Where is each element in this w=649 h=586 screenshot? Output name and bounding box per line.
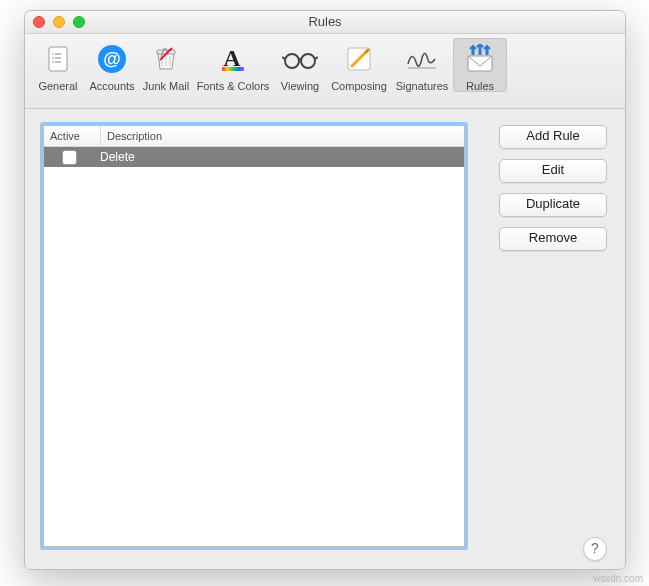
duplicate-button[interactable]: Duplicate: [499, 193, 607, 217]
window-title: Rules: [308, 14, 341, 29]
tab-label: Composing: [327, 80, 391, 92]
tab-label: Junk Mail: [139, 80, 193, 92]
svg-point-6: [52, 61, 54, 63]
fonts-colors-icon: A: [193, 40, 273, 78]
tab-label: General: [31, 80, 85, 92]
tab-accounts[interactable]: @ Accounts: [85, 38, 139, 92]
signatures-icon: [391, 40, 453, 78]
svg-line-18: [282, 57, 285, 59]
svg-text:@: @: [103, 49, 121, 69]
table-row[interactable]: Delete: [44, 147, 464, 167]
preferences-toolbar: General @ Accounts: [25, 34, 625, 109]
tab-composing[interactable]: Composing: [327, 38, 391, 92]
svg-rect-15: [222, 67, 244, 71]
tab-signatures[interactable]: Signatures: [391, 38, 453, 92]
rules-table[interactable]: Active Description Delete: [43, 125, 465, 547]
add-rule-button[interactable]: Add Rule: [499, 125, 607, 149]
tab-label: Viewing: [273, 80, 327, 92]
column-header-description[interactable]: Description: [101, 126, 464, 146]
viewing-icon: [273, 40, 327, 78]
edit-button[interactable]: Edit: [499, 159, 607, 183]
svg-rect-1: [55, 53, 61, 55]
svg-point-17: [301, 54, 315, 68]
junk-mail-icon: [139, 40, 193, 78]
svg-point-16: [285, 54, 299, 68]
rule-action-buttons: Add Rule Edit Duplicate Remove: [499, 125, 607, 251]
rules-table-header: Active Description: [44, 126, 464, 147]
svg-line-19: [315, 57, 318, 59]
rule-description: Delete: [94, 150, 464, 164]
window-controls: [33, 16, 85, 28]
tab-fonts-colors[interactable]: A Fonts & Colors: [193, 38, 273, 92]
svg-point-4: [52, 53, 54, 55]
rules-pane: Active Description Delete Add Rule Edit …: [25, 109, 625, 570]
rule-active-checkbox[interactable]: [62, 150, 77, 165]
accounts-icon: @: [85, 40, 139, 78]
column-header-active[interactable]: Active: [44, 126, 101, 146]
tab-junk-mail[interactable]: Junk Mail: [139, 38, 193, 92]
help-button[interactable]: ?: [583, 537, 607, 561]
watermark-text: wsxdn.com: [593, 573, 643, 584]
minimize-window-button[interactable]: [53, 16, 65, 28]
tab-general[interactable]: General: [31, 38, 85, 92]
composing-icon: [327, 40, 391, 78]
remove-button[interactable]: Remove: [499, 227, 607, 251]
tab-label: Accounts: [85, 80, 139, 92]
general-icon: [31, 40, 85, 78]
tab-viewing[interactable]: Viewing: [273, 38, 327, 92]
close-window-button[interactable]: [33, 16, 45, 28]
tab-label: Rules: [453, 80, 507, 92]
preferences-window: Rules General @: [24, 10, 626, 570]
rules-icon: [453, 40, 507, 78]
titlebar: Rules: [25, 11, 625, 34]
tab-label: Signatures: [391, 80, 453, 92]
tab-rules[interactable]: Rules: [453, 38, 507, 92]
svg-rect-3: [55, 61, 61, 63]
tab-label: Fonts & Colors: [193, 80, 273, 92]
svg-rect-22: [468, 56, 492, 71]
svg-rect-2: [55, 57, 61, 59]
zoom-window-button[interactable]: [73, 16, 85, 28]
svg-point-5: [52, 57, 54, 59]
